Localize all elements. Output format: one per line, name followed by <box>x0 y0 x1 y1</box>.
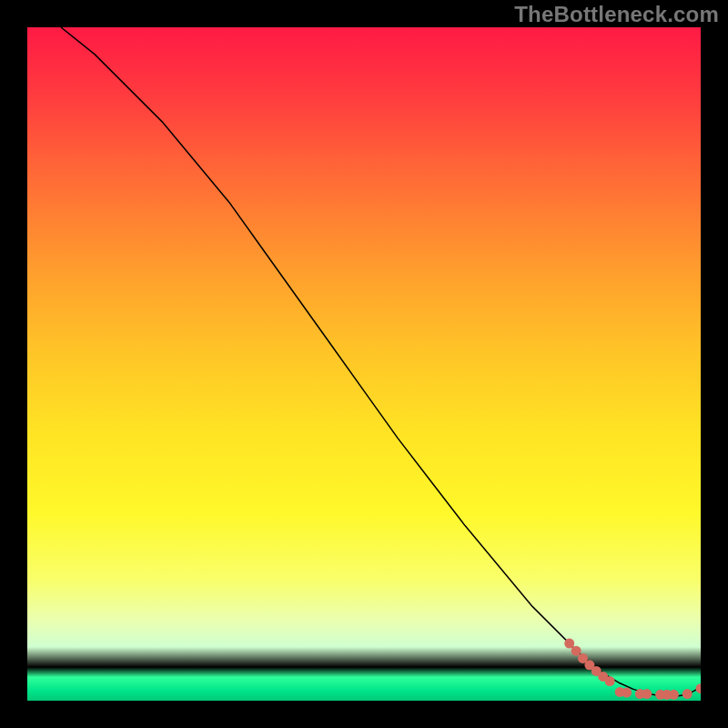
chart-svg <box>27 27 701 701</box>
data-point <box>605 676 615 686</box>
watermark-text: TheBottleneck.com <box>514 2 719 27</box>
data-point <box>622 688 632 698</box>
data-point <box>642 689 652 699</box>
data-point <box>669 690 679 700</box>
data-point <box>564 639 574 649</box>
chart-frame: TheBottleneck.com <box>0 0 728 728</box>
gradient-background <box>27 27 701 701</box>
data-point <box>682 689 693 699</box>
data-point <box>571 646 581 656</box>
plot-area <box>27 27 701 701</box>
